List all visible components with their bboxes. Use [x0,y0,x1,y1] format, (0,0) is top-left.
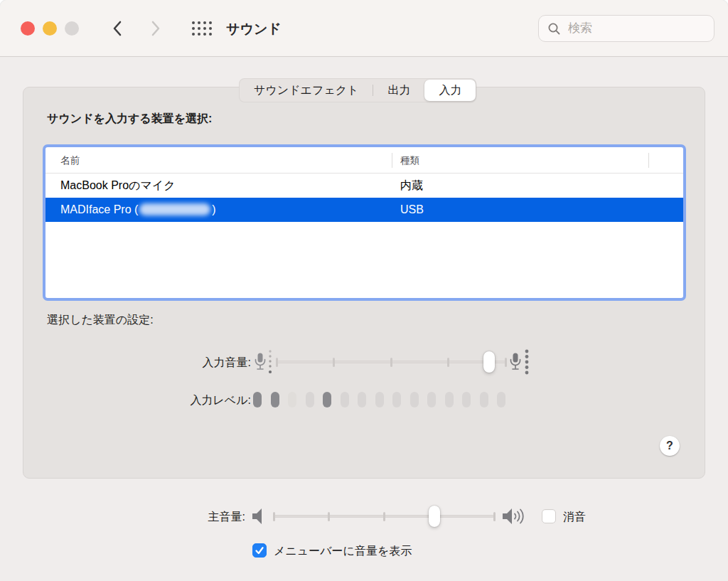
small-dots-column-icon [267,349,273,375]
input-device-table[interactable]: 名前 種類 MacBook Proのマイク内蔵MADIface Pro ()US… [43,144,686,301]
input-volume-label: 入力音量: [23,356,251,371]
device-type-cell: 内蔵 [400,178,423,193]
level-meter-segment [253,392,262,407]
column-header-name[interactable]: 名前 [60,154,80,167]
tab-input[interactable]: 入力 [424,80,476,101]
level-meter-segment [341,392,349,407]
redacted-serial [139,203,210,215]
input-tab-panel: サウンドを入力する装置を選択: 名前 種類 MacBook Proのマイク内蔵M… [23,87,705,479]
help-button[interactable]: ? [660,436,680,456]
column-separator[interactable] [648,153,649,168]
column-separator[interactable] [392,153,392,168]
device-name-cell: MacBook Proのマイク [60,178,176,193]
level-meter-segment [288,392,296,407]
search-input[interactable] [567,21,695,36]
device-type-cell: USB [400,203,424,216]
level-meter-segment [271,392,279,407]
slider-tick [447,358,449,367]
level-meter-segment [323,392,331,407]
slider-tick [328,512,330,521]
microphone-high-icon [509,352,522,372]
level-meter-segment [462,392,471,407]
sound-preferences-window: サウンド サウンドエフェクト 出力 入力 サウンドを入力する装置を選択: 名前 … [0,0,728,581]
table-header: 名前 種類 [46,147,683,174]
title-bar: サウンド [0,0,728,57]
close-button[interactable] [21,21,35,36]
master-volume-slider-thumb[interactable] [429,506,440,527]
search-field[interactable] [538,15,714,42]
level-meter-segment [375,392,384,407]
grid-dots-icon [191,20,213,37]
level-meter-segment [306,392,314,407]
selected-device-settings-label: 選択した装置の設定: [47,313,154,328]
level-meter-segment [480,392,488,407]
chevron-left-icon [110,19,124,38]
tab-output[interactable]: 出力 [373,80,424,101]
speaker-loud-icon [501,506,530,526]
speaker-quiet-icon [250,506,267,526]
mute-checkbox[interactable] [542,509,556,523]
zoom-button[interactable] [65,21,79,36]
level-meter-segment [497,392,505,407]
slider-tick [505,358,507,367]
slider-tick [273,512,275,521]
table-row[interactable]: MacBook Proのマイク内蔵 [46,174,683,198]
checkmark-icon [255,545,264,555]
level-meter-segment [410,392,419,407]
column-header-type[interactable]: 種類 [400,154,419,167]
input-volume-slider-thumb[interactable] [483,351,495,373]
tab-sound-effects[interactable]: サウンドエフェクト [240,80,373,101]
search-icon [547,22,561,36]
slider-tick [493,512,496,521]
table-row[interactable]: MADIface Pro ()USB [46,198,683,222]
slider-tick [383,512,385,521]
chevron-right-icon [149,19,163,38]
master-volume-slider[interactable] [274,506,494,527]
show-volume-in-menubar-checkbox[interactable] [252,543,267,558]
minimize-button[interactable] [43,21,57,36]
slider-tick [390,358,392,367]
level-meter-segment [445,392,454,407]
select-input-device-label: サウンドを入力する装置を選択: [47,112,212,127]
window-title: サウンド [226,20,282,38]
forward-button[interactable] [146,18,165,38]
master-volume-label: 主音量: [0,510,245,525]
show-volume-in-menubar-label: メニューバーに音量を表示 [274,544,412,559]
level-meter-segment [392,392,401,407]
level-meter-segment [358,392,366,407]
mute-label: 消音 [563,510,586,525]
device-name-cell: MADIface Pro () [60,203,216,216]
device-table-body: MacBook Proのマイク内蔵MADIface Pro ()USB [46,174,683,222]
input-volume-slider[interactable] [277,351,505,373]
slider-tick [333,358,335,367]
input-level-meter [253,392,505,407]
tab-bar: サウンドエフェクト 出力 入力 [239,78,476,102]
level-meter-segment [427,392,436,407]
microphone-low-icon [254,352,267,372]
show-all-preferences-button[interactable] [191,20,213,37]
slider-tick [276,358,278,367]
large-dots-column-icon [523,348,530,375]
back-button[interactable] [108,18,127,38]
input-level-label: 入力レベル: [23,393,251,408]
